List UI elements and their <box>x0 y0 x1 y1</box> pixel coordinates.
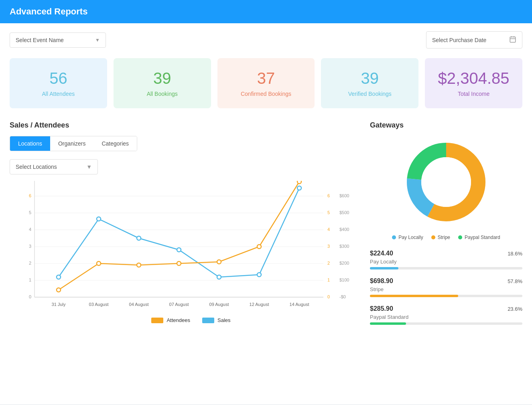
gateway-legend-label-paypal: Paypal Standard <box>465 235 500 240</box>
tabs-container: LocationsOrganizersCategories <box>10 136 137 151</box>
svg-text:1: 1 <box>327 277 330 282</box>
gateway-legend-label-stripe: Stripe <box>438 235 450 240</box>
stat-card-verified-bookings: 39 Verified Bookings <box>321 58 418 108</box>
stat-number-all-attendees: 56 <box>18 69 99 87</box>
filter-row: Select Event Name ▼ Select Purchase Date <box>10 31 522 49</box>
donut-chart <box>400 136 492 228</box>
gateway-legend-label-pay-locally: Pay Locally <box>398 235 423 240</box>
svg-point-38 <box>297 186 301 190</box>
calendar-icon <box>509 36 516 44</box>
svg-text:6: 6 <box>29 193 31 198</box>
svg-text:5: 5 <box>29 210 31 215</box>
gateway-legend-stripe: Stripe <box>431 235 450 240</box>
stats-row: 56 All Attendees 39 All Bookings 37 Conf… <box>10 58 522 108</box>
svg-text:09 August: 09 August <box>209 302 229 307</box>
svg-text:0: 0 <box>327 294 330 299</box>
gateways-title: Gateways <box>370 121 522 130</box>
svg-text:6: 6 <box>327 193 330 198</box>
svg-text:$400: $400 <box>339 227 349 232</box>
stat-label-confirmed-bookings: Confirmed Bookings <box>225 91 307 97</box>
gateway-legend-paypal: Paypal Standard <box>458 235 500 240</box>
event-name-dropdown[interactable]: Select Event Name ▼ <box>10 32 106 48</box>
gateway-name-paypal: Paypal Standard <box>370 314 522 320</box>
gateway-stat-pay-locally: $224.40 18.6% Pay Locally <box>370 250 522 269</box>
bottom-section: Sales / Attendees LocationsOrganizersCat… <box>10 121 522 333</box>
sales-legend-dot <box>202 318 214 323</box>
gateway-amount-stripe: $698.90 <box>370 277 393 285</box>
gateway-dot-stripe <box>431 235 435 239</box>
svg-text:4: 4 <box>327 227 330 232</box>
stat-card-all-bookings: 39 All Bookings <box>114 58 211 108</box>
svg-point-40 <box>97 261 101 265</box>
svg-point-33 <box>97 217 101 221</box>
stat-label-total-income: Total Income <box>433 91 514 97</box>
svg-text:1: 1 <box>29 277 31 282</box>
purchase-date-placeholder: Select Purchase Date <box>432 37 486 43</box>
svg-rect-0 <box>510 37 516 43</box>
svg-point-35 <box>177 248 181 252</box>
stat-number-all-bookings: 39 <box>122 69 203 87</box>
stat-label-verified-bookings: Verified Bookings <box>329 91 410 97</box>
tab-organizers[interactable]: Organizers <box>50 136 93 151</box>
progress-bar-fill-pay-locally <box>370 267 398 269</box>
main-content: Select Event Name ▼ Select Purchase Date… <box>0 23 532 404</box>
svg-text:$100: $100 <box>339 277 349 282</box>
svg-text:-$0: -$0 <box>339 294 346 299</box>
svg-text:$300: $300 <box>339 244 349 249</box>
stat-number-verified-bookings: 39 <box>329 69 410 87</box>
svg-text:5: 5 <box>327 210 330 215</box>
gateway-stats: $224.40 18.6% Pay Locally $698.90 57.8% … <box>370 250 522 325</box>
gateway-pct-paypal: 23.6% <box>508 306 522 312</box>
attendees-legend-dot <box>151 318 163 323</box>
svg-point-45 <box>297 181 301 184</box>
chart-wrapper: 0 1 2 3 4 5 6 0 1 2 3 4 5 6 -$0 <box>22 181 360 323</box>
svg-text:$600: $600 <box>339 193 349 198</box>
progress-bar-bg-pay-locally <box>370 267 522 269</box>
gateway-name-pay-locally: Pay Locally <box>370 259 522 265</box>
svg-point-43 <box>217 260 221 264</box>
tab-categories[interactable]: Categories <box>93 136 137 151</box>
page-header: Advanced Reports <box>0 0 532 23</box>
tab-locations[interactable]: Locations <box>10 136 50 151</box>
svg-text:12 August: 12 August <box>250 302 269 307</box>
svg-text:3: 3 <box>327 244 330 249</box>
event-name-chevron-icon: ▼ <box>95 37 100 43</box>
svg-point-39 <box>57 288 61 292</box>
legend-attendees: Attendees <box>151 317 190 323</box>
legend-sales: Sales <box>202 317 231 323</box>
svg-point-32 <box>57 275 61 279</box>
svg-text:2: 2 <box>29 261 31 265</box>
gateway-dot-paypal <box>458 235 462 239</box>
svg-text:07 August: 07 August <box>169 302 189 307</box>
svg-text:$500: $500 <box>339 210 349 215</box>
svg-text:14 August: 14 August <box>290 302 309 307</box>
gateway-name-stripe: Stripe <box>370 286 522 292</box>
right-panel: Gateways <box>370 121 522 333</box>
svg-text:31 July: 31 July <box>52 302 66 307</box>
page-title: Advanced Reports <box>10 6 87 16</box>
chart-svg: 0 1 2 3 4 5 6 0 1 2 3 4 5 6 -$0 <box>22 181 360 309</box>
svg-point-34 <box>137 236 141 240</box>
locations-placeholder: Select Locations <box>16 164 57 170</box>
stat-label-all-bookings: All Bookings <box>122 91 203 97</box>
left-panel: Sales / Attendees LocationsOrganizersCat… <box>10 121 360 333</box>
svg-point-37 <box>257 273 261 277</box>
gateway-pct-pay-locally: 18.6% <box>508 251 522 257</box>
gateway-amount-pay-locally: $224.40 <box>370 250 393 257</box>
gateway-amount-paypal: $285.90 <box>370 305 393 312</box>
svg-text:03 August: 03 August <box>89 302 109 307</box>
svg-text:04 August: 04 August <box>129 302 149 307</box>
gateway-stat-header-pay-locally: $224.40 18.6% <box>370 250 522 257</box>
gateway-pct-stripe: 57.8% <box>508 278 522 284</box>
svg-point-41 <box>137 263 141 267</box>
donut-chart-wrapper <box>370 136 522 228</box>
svg-point-36 <box>217 275 221 279</box>
stat-label-all-attendees: All Attendees <box>18 91 99 97</box>
locations-dropdown[interactable]: Select Locations ▼ <box>10 159 98 174</box>
svg-point-44 <box>257 245 261 249</box>
gateway-stat-header-stripe: $698.90 57.8% <box>370 277 522 285</box>
progress-bar-bg-paypal <box>370 322 522 325</box>
purchase-date-dropdown[interactable]: Select Purchase Date <box>426 31 522 49</box>
sales-legend-label: Sales <box>217 317 231 323</box>
event-name-placeholder: Select Event Name <box>16 37 64 43</box>
